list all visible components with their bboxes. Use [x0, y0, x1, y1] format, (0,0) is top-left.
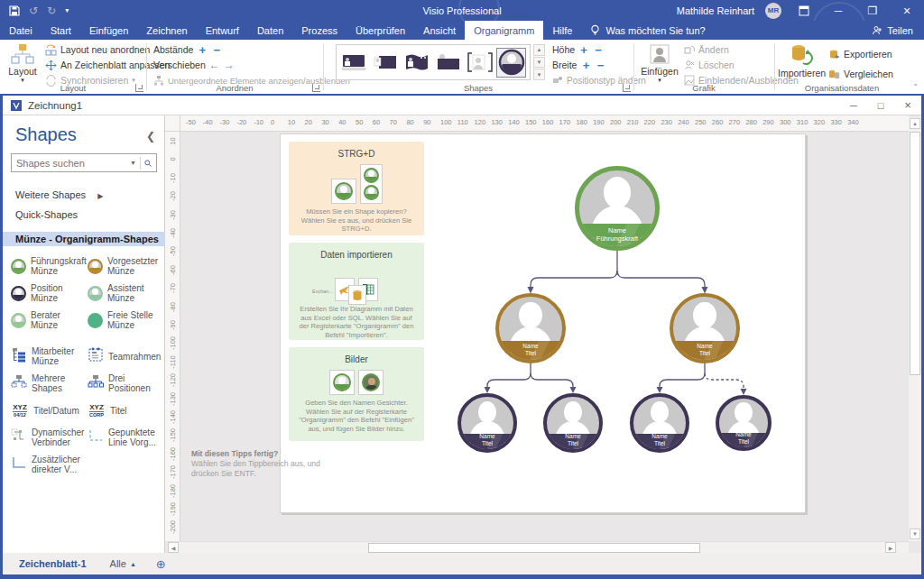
connector[interactable]: [531, 271, 617, 289]
compare-button[interactable]: Vergleichen: [828, 67, 893, 81]
move-right-button[interactable]: →: [224, 59, 235, 71]
shape-style-thumb[interactable]: [433, 48, 463, 78]
stencil-item[interactable]: XYZ04/12Titel/Datum: [8, 397, 85, 424]
collapse-ribbon-icon[interactable]: ⌃: [912, 83, 919, 91]
shape-style-thumb[interactable]: [402, 48, 431, 78]
document-title: Zeichnung1: [28, 100, 82, 111]
collapse-panel-icon[interactable]: ❮: [146, 130, 155, 142]
stencil-item[interactable]: Zusätzlicherdirekter V...: [8, 451, 85, 478]
all-pages-tab[interactable]: Alle ▲: [99, 558, 147, 569]
tab-ueberpruefen[interactable]: Überprüfen: [346, 21, 414, 40]
avatar[interactable]: MR: [765, 3, 781, 19]
scroll-right-icon[interactable]: ▶: [885, 542, 896, 553]
gallery-up-icon[interactable]: ▲: [533, 44, 545, 56]
doc-close-icon[interactable]: ×: [894, 96, 921, 115]
height-increase-button[interactable]: +: [578, 43, 589, 57]
tab-organigramm[interactable]: Organigramm: [465, 21, 543, 40]
org-node-fuehrungskraft[interactable]: NameFührungskraft: [575, 166, 660, 251]
tab-einfuegen[interactable]: Einfügen: [80, 21, 137, 40]
doc-maximize-icon[interactable]: □: [867, 96, 894, 115]
tab-entwurf[interactable]: Entwurf: [197, 21, 248, 40]
scroll-down-icon[interactable]: ▼: [910, 528, 920, 539]
quick-shapes-link[interactable]: Quick-Shapes: [15, 209, 78, 220]
horizontal-scrollbar[interactable]: ◀ ▶: [168, 541, 909, 553]
tab-hilfe[interactable]: Hilfe: [543, 21, 581, 40]
gallery-down-icon[interactable]: ▼: [533, 57, 545, 69]
stencil-item[interactable]: BeraterMünze: [8, 307, 85, 334]
search-icon[interactable]: [140, 157, 156, 170]
anordnen-dialog-launcher[interactable]: [312, 84, 320, 92]
org-node-position-dashed[interactable]: NameTitel: [716, 395, 772, 451]
horizontal-scroll-thumb[interactable]: [368, 543, 700, 553]
connector[interactable]: [487, 373, 531, 389]
stencil-item[interactable]: MehrereShapes: [8, 370, 85, 397]
spacing-increase-button[interactable]: +: [197, 43, 208, 57]
tab-start[interactable]: Start: [42, 21, 80, 40]
export-button[interactable]: Exportieren: [828, 47, 893, 61]
ruler-tick: 140: [508, 118, 520, 126]
ruler-tick: 270: [729, 118, 741, 126]
ruler-tick: 230: [661, 118, 672, 126]
height-decrease-button[interactable]: −: [593, 43, 604, 57]
sheet-tab-zeichenblatt-1[interactable]: Zeichenblatt-1: [3, 558, 99, 569]
shape-style-thumb[interactable]: [465, 48, 494, 78]
stencil-item[interactable]: Freie StelleMünze: [85, 307, 162, 334]
stencil-item[interactable]: FührungskraftMünze: [8, 253, 85, 280]
scroll-up-icon[interactable]: ▲: [910, 118, 920, 129]
undo-icon[interactable]: ↺: [29, 5, 38, 17]
stencil-item[interactable]: Teamrahmen: [85, 343, 162, 370]
add-page-icon[interactable]: ⊕: [147, 557, 175, 571]
shapes-dialog-launcher[interactable]: [623, 84, 631, 92]
spacing-decrease-button[interactable]: −: [211, 43, 222, 57]
tab-zeichnen[interactable]: Zeichnen: [137, 21, 196, 40]
restore-icon[interactable]: ❐: [861, 2, 884, 20]
redo-icon[interactable]: ↻: [47, 5, 56, 17]
vertical-scroll-thumb[interactable]: [910, 132, 920, 375]
org-node-vorgesetzter[interactable]: NameTitel: [495, 293, 566, 363]
connector-dashed[interactable]: [705, 373, 744, 391]
vertical-scrollbar[interactable]: ▲ ▼: [909, 117, 921, 541]
org-node-position[interactable]: NameTitel: [457, 393, 517, 453]
tab-datei[interactable]: Datei: [0, 21, 42, 40]
save-icon[interactable]: [9, 5, 20, 16]
width-increase-button[interactable]: +: [580, 59, 591, 72]
width-decrease-button[interactable]: −: [595, 59, 605, 72]
stencil-item[interactable]: XYZCORPTitel: [85, 397, 162, 424]
stencil-item[interactable]: VorgesetzterMünze: [85, 253, 162, 280]
doc-minimize-icon[interactable]: ─: [840, 96, 867, 115]
drawing-canvas[interactable]: STRG+D Müssen Sie ein Shape kopieren? Wä…: [180, 132, 909, 541]
stencil-item[interactable]: GepunkteteLinie Vorg...: [85, 424, 162, 451]
move-left-button[interactable]: ←: [209, 59, 220, 71]
tab-ansicht[interactable]: Ansicht: [414, 21, 465, 40]
tab-prozess[interactable]: Prozess: [292, 21, 346, 40]
user-name[interactable]: Mathilde Reinhart: [677, 5, 754, 16]
stencil-item[interactable]: AssistentMünze: [85, 280, 162, 307]
shape-style-thumb[interactable]: [338, 48, 368, 78]
layout-dialog-launcher[interactable]: [135, 84, 143, 92]
active-stencil-tab[interactable]: Münze - Organigramm-Shapes: [3, 232, 165, 246]
ribbon-display-icon[interactable]: [792, 2, 816, 20]
shape-search-input[interactable]: [12, 158, 126, 169]
share-button[interactable]: Teilen: [861, 21, 924, 40]
shape-style-thumb[interactable]: [370, 48, 400, 78]
connector[interactable]: [531, 373, 573, 389]
scroll-left-icon[interactable]: ◀: [168, 542, 179, 553]
stencil-item[interactable]: PositionMünze: [8, 280, 85, 307]
gallery-more-icon[interactable]: ▼: [533, 69, 545, 80]
more-shapes-link[interactable]: Weitere Shapes ▶: [15, 189, 103, 200]
stencil-item[interactable]: DreiPositionen: [85, 370, 162, 397]
connector[interactable]: [617, 271, 705, 289]
shape-style-thumb-selected[interactable]: [496, 48, 526, 78]
tab-daten[interactable]: Daten: [248, 21, 292, 40]
org-node-position[interactable]: NameTitel: [630, 393, 689, 453]
search-dropdown-icon[interactable]: ▼: [126, 160, 140, 166]
org-node-vorgesetzter[interactable]: NameTitel: [670, 293, 740, 363]
stencil-item[interactable]: MitarbeiterMünze: [8, 343, 85, 370]
minimize-icon[interactable]: ─: [827, 2, 850, 20]
org-node-position[interactable]: NameTitel: [543, 393, 603, 453]
customize-qat-icon[interactable]: ▾: [65, 6, 69, 14]
stencil-item[interactable]: DynamischerVerbinder: [8, 424, 85, 451]
connector[interactable]: [660, 373, 705, 389]
tell-me-box[interactable]: Was möchten Sie tun?: [581, 21, 714, 40]
close-icon[interactable]: ×: [895, 2, 919, 20]
